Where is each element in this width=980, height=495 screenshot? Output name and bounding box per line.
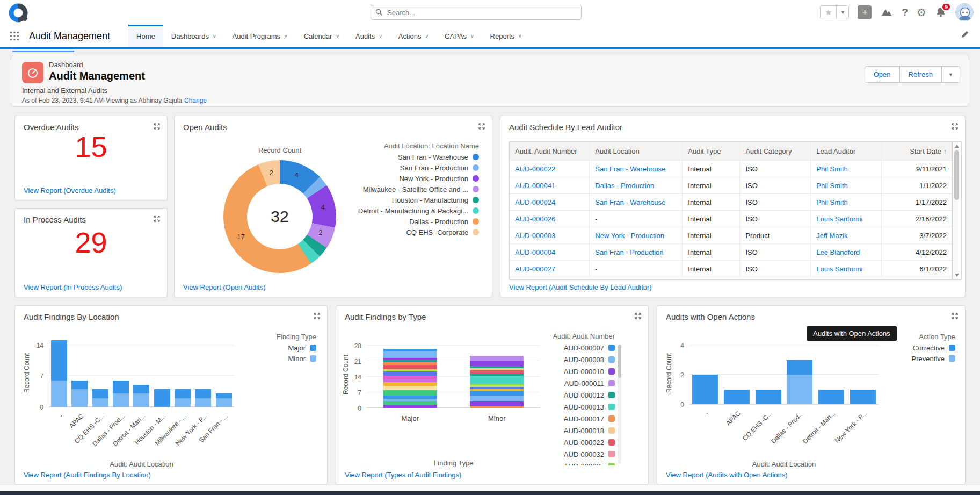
bar-stack[interactable] — [216, 393, 232, 407]
help-icon[interactable]: ? — [902, 6, 908, 18]
record-link[interactable]: Louis Santorini — [816, 265, 862, 273]
tab-audit-programs[interactable]: Audit Programs∨ — [224, 25, 295, 47]
expand-icon[interactable] — [634, 312, 642, 321]
bar-segment[interactable] — [383, 386, 437, 390]
bar-stack[interactable] — [113, 381, 129, 407]
search-input[interactable] — [387, 9, 577, 17]
record-link[interactable]: Lee Blandford — [816, 248, 860, 256]
bar-stack[interactable] — [818, 390, 844, 404]
bar-stack[interactable] — [470, 356, 524, 408]
record-link[interactable]: AUD-000003 — [515, 232, 555, 240]
bar-segment[interactable] — [470, 401, 524, 406]
column-header[interactable]: Start Date ↑ — [881, 142, 952, 160]
scrollbar-thumb[interactable] — [618, 345, 621, 378]
change-viewer-link[interactable]: Change — [184, 97, 207, 104]
bar-segment[interactable] — [470, 396, 524, 401]
scroll-down-arrow-icon[interactable] — [955, 274, 959, 277]
bar-segment[interactable] — [195, 398, 212, 407]
bar-stack[interactable] — [195, 389, 212, 407]
bar-segment[interactable] — [154, 389, 170, 407]
view-report-link[interactable]: View Report (Audit Schedule By Lead Audi… — [509, 283, 652, 291]
tab-calendar[interactable]: Calendar∨ — [296, 25, 347, 47]
bar-segment[interactable] — [787, 375, 812, 404]
bar-segment[interactable] — [470, 406, 524, 408]
record-link[interactable]: AUD-000004 — [515, 248, 555, 256]
column-header[interactable]: Audit Category — [739, 142, 810, 160]
expand-icon[interactable] — [951, 312, 959, 321]
bar-segment[interactable] — [216, 398, 232, 407]
bar-stack[interactable] — [787, 360, 812, 404]
record-link[interactable]: AUD-000027 — [515, 265, 555, 273]
record-link[interactable]: San Fran - Warehouse — [595, 198, 665, 206]
scroll-up-arrow-icon[interactable] — [955, 145, 959, 148]
record-link[interactable]: Jeff Mazik — [816, 232, 847, 240]
record-link[interactable]: Dallas - Production — [595, 182, 654, 190]
bar-segment[interactable] — [92, 398, 108, 407]
bar-segment[interactable] — [216, 393, 232, 398]
view-report-link[interactable]: View Report (Overdue Audits) — [24, 186, 116, 195]
favorites-star-icon[interactable]: ★ — [821, 6, 837, 19]
scrollbar-thumb[interactable] — [954, 150, 959, 200]
bar-stack[interactable] — [383, 349, 437, 408]
app-launcher-icon[interactable] — [0, 25, 25, 47]
edit-page-icon[interactable] — [961, 30, 969, 40]
bar-segment[interactable] — [51, 340, 67, 380]
expand-icon[interactable] — [153, 215, 161, 224]
tab-actions[interactable]: Actions∨ — [390, 25, 437, 47]
bar-segment[interactable] — [175, 398, 191, 407]
bar-segment[interactable] — [383, 390, 437, 396]
bar-segment[interactable] — [72, 389, 88, 407]
global-add-icon[interactable]: + — [858, 5, 872, 19]
global-search[interactable] — [371, 5, 582, 20]
tab-capas[interactable]: CAPAs∨ — [437, 25, 482, 47]
record-link[interactable]: AUD-000024 — [515, 198, 555, 206]
bar-segment[interactable] — [134, 385, 150, 393]
record-link[interactable]: New York - Production — [595, 232, 664, 240]
bar-segment[interactable] — [692, 375, 718, 404]
record-link[interactable]: Phil Smith — [816, 182, 848, 190]
record-link[interactable]: Phil Smith — [816, 198, 848, 206]
bar-segment[interactable] — [383, 351, 437, 358]
record-link[interactable]: San Fran - Production — [595, 248, 663, 256]
bar-segment[interactable] — [51, 381, 67, 407]
bar-stack[interactable] — [850, 390, 876, 404]
record-link[interactable]: San Fran - Warehouse — [595, 165, 665, 173]
bar-segment[interactable] — [470, 361, 524, 365]
view-report-link[interactable]: View Report (Types of Audit Findings) — [345, 471, 461, 479]
bar-stack[interactable] — [175, 389, 191, 407]
favorites-caret-icon[interactable]: ▼ — [837, 6, 848, 19]
bar-segment[interactable] — [113, 393, 129, 407]
bar-segment[interactable] — [850, 390, 876, 404]
bar-segment[interactable] — [72, 381, 88, 389]
tab-reports[interactable]: Reports∨ — [482, 25, 530, 47]
view-report-link[interactable]: View Report (Audit Findings By Location) — [24, 471, 151, 479]
bar-segment[interactable] — [92, 389, 108, 398]
view-report-link[interactable]: View Report (Open Audits) — [183, 283, 266, 291]
bar-stack[interactable] — [134, 385, 150, 407]
record-link[interactable]: AUD-000041 — [515, 182, 555, 190]
bar-stack[interactable] — [72, 381, 88, 407]
column-header[interactable]: Lead Auditor — [810, 142, 881, 160]
bar-stack[interactable] — [724, 390, 750, 404]
record-link[interactable]: AUD-000022 — [515, 165, 555, 173]
tab-dashboards[interactable]: Dashboards∨ — [163, 25, 224, 47]
user-avatar[interactable] — [955, 3, 974, 21]
bar-segment[interactable] — [175, 389, 191, 398]
column-header[interactable]: Audit Type — [682, 142, 739, 160]
column-header[interactable]: Audit: Audit Number — [510, 142, 589, 160]
record-link[interactable]: AUD-000026 — [515, 215, 555, 223]
bar-segment[interactable] — [756, 390, 781, 404]
open-audits-donut-chart[interactable]: 32442172 — [223, 160, 336, 273]
column-header[interactable]: Audit Location — [589, 142, 682, 160]
table-scrollbar[interactable] — [953, 141, 962, 280]
bar-segment[interactable] — [113, 381, 129, 394]
record-link[interactable]: Louis Santorini — [816, 215, 862, 223]
legend-scrollbar[interactable] — [618, 345, 621, 464]
bar-segment[interactable] — [195, 389, 212, 398]
bar-stack[interactable] — [92, 389, 108, 407]
expand-icon[interactable] — [478, 123, 485, 132]
expand-icon[interactable] — [951, 123, 959, 132]
trailhead-icon[interactable] — [880, 6, 893, 19]
view-report-link[interactable]: View Report (In Process Audits) — [24, 283, 122, 291]
bar-segment[interactable] — [724, 390, 750, 404]
